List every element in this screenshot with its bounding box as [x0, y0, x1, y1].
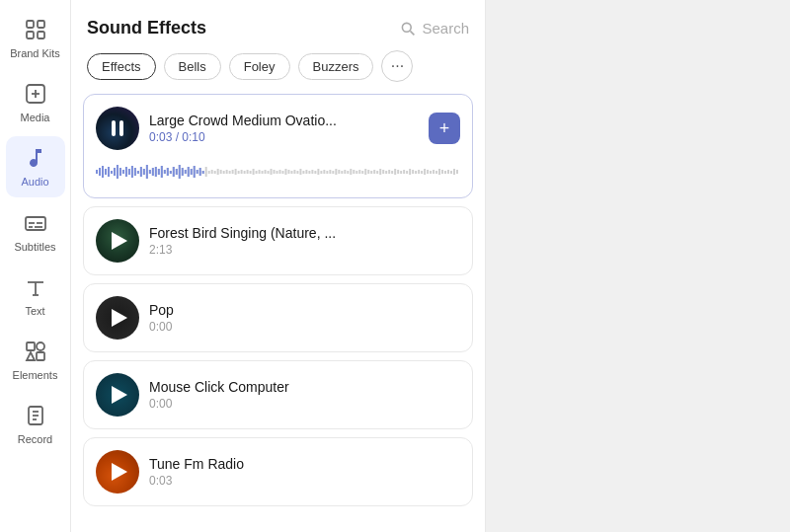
search-button[interactable]: Search: [400, 20, 469, 37]
svg-rect-183: [197, 170, 198, 174]
svg-rect-16: [37, 342, 44, 350]
svg-rect-18: [37, 352, 44, 360]
sidebar-label-audio: Audio: [21, 176, 48, 189]
music-icon: [22, 144, 49, 172]
svg-rect-129: [403, 170, 405, 174]
svg-rect-131: [409, 169, 411, 175]
add-button-large-crowd[interactable]: +: [429, 113, 460, 144]
sound-thumb-forest-bird: [96, 219, 139, 263]
sound-item-tune-fm[interactable]: Tune Fm Radio 0:03: [83, 437, 473, 506]
sidebar-item-text[interactable]: Text: [6, 266, 65, 326]
sidebar-item-subtitles[interactable]: Subtitles: [6, 201, 65, 262]
sound-info-mouse-click: Mouse Click Computer 0:00: [149, 379, 460, 411]
play-icon: [112, 232, 127, 250]
svg-rect-168: [152, 168, 154, 176]
sound-info-pop: Pop 0:00: [149, 302, 460, 334]
svg-rect-63: [208, 171, 210, 174]
svg-rect-119: [373, 170, 375, 174]
filter-tab-buzzers[interactable]: Buzzers: [298, 53, 374, 80]
sound-info-large-crowd: Large Crowd Medium Ovatio... 0:03 / 0:10: [149, 113, 419, 144]
svg-rect-118: [370, 171, 372, 174]
play-icon: [112, 309, 127, 327]
sound-item-top: Tune Fm Radio 0:03: [96, 450, 460, 494]
svg-rect-75: [244, 171, 246, 174]
svg-rect-76: [247, 170, 249, 174]
sound-thumb-tune-fm: [96, 450, 139, 494]
filter-tabs: Effects Bells Foley Buzzers ···: [71, 50, 485, 94]
sound-duration: 0:00: [149, 397, 460, 411]
svg-rect-104: [329, 170, 331, 174]
sound-name: Forest Bird Singing (Nature, ...: [149, 225, 460, 241]
svg-rect-160: [128, 169, 130, 175]
sound-item-large-crowd[interactable]: Large Crowd Medium Ovatio... 0:03 / 0:10…: [83, 94, 473, 198]
svg-rect-67: [220, 170, 222, 174]
svg-rect-157: [119, 168, 121, 176]
svg-rect-166: [146, 165, 148, 179]
svg-rect-162: [134, 168, 136, 176]
sound-name: Mouse Click Computer: [149, 379, 460, 395]
svg-rect-89: [284, 169, 286, 175]
svg-rect-111: [350, 169, 352, 175]
svg-rect-145: [450, 171, 452, 174]
sidebar-label-text: Text: [25, 305, 44, 318]
svg-rect-147: [456, 170, 458, 174]
waveform-bg-svg: [96, 158, 460, 186]
svg-rect-173: [167, 168, 169, 176]
svg-rect-113: [356, 171, 357, 174]
filter-more-button[interactable]: ···: [381, 50, 413, 82]
sound-item-top: Large Crowd Medium Ovatio... 0:03 / 0:10…: [96, 107, 460, 150]
svg-rect-0: [27, 21, 34, 28]
sidebar-label-elements: Elements: [13, 369, 58, 382]
sound-name: Tune Fm Radio: [149, 456, 460, 472]
svg-rect-143: [444, 171, 446, 174]
svg-rect-152: [105, 169, 107, 175]
sidebar-item-brand-kits[interactable]: Brand Kits: [6, 8, 65, 68]
svg-rect-114: [358, 170, 360, 174]
pause-icon: [111, 119, 124, 137]
play-icon: [112, 463, 127, 481]
svg-rect-133: [415, 171, 417, 174]
svg-rect-93: [296, 171, 298, 174]
sidebar-item-record[interactable]: Record: [6, 394, 65, 454]
svg-rect-1: [38, 21, 44, 28]
sidebar-label-media: Media: [21, 112, 50, 124]
svg-rect-159: [125, 167, 127, 177]
sound-item-pop[interactable]: Pop 0:00: [83, 283, 473, 352]
sound-info-forest-bird: Forest Bird Singing (Nature, ... 2:13: [149, 225, 460, 257]
sound-item-forest-bird[interactable]: Forest Bird Singing (Nature, ... 2:13: [83, 206, 473, 275]
svg-rect-125: [391, 171, 393, 174]
svg-rect-62: [205, 167, 207, 177]
svg-rect-127: [397, 170, 399, 174]
filter-tab-bells[interactable]: Bells: [164, 53, 221, 80]
svg-rect-106: [335, 169, 337, 175]
svg-rect-130: [406, 171, 408, 174]
svg-rect-150: [99, 168, 101, 176]
svg-rect-66: [217, 169, 219, 175]
svg-rect-73: [238, 171, 240, 174]
svg-rect-132: [412, 170, 414, 174]
sidebar-item-media[interactable]: Media: [6, 72, 65, 132]
sound-list: Large Crowd Medium Ovatio... 0:03 / 0:10…: [71, 94, 485, 532]
svg-rect-3: [38, 32, 44, 38]
sidebar: Brand Kits Media Audio: [0, 0, 71, 532]
filter-tab-effects[interactable]: Effects: [87, 53, 156, 80]
svg-rect-101: [320, 171, 322, 174]
svg-rect-154: [111, 171, 113, 174]
sidebar-label-subtitles: Subtitles: [14, 241, 55, 254]
filter-tab-foley[interactable]: Foley: [229, 53, 290, 80]
sound-item-mouse-click[interactable]: Mouse Click Computer 0:00: [83, 360, 473, 429]
svg-rect-177: [179, 165, 181, 179]
sound-thumb-large-crowd: [96, 107, 139, 150]
sidebar-item-elements[interactable]: Elements: [6, 330, 65, 390]
right-panel: [486, 0, 790, 532]
sidebar-item-audio[interactable]: Audio: [6, 136, 65, 196]
svg-rect-185: [202, 171, 204, 174]
svg-rect-142: [441, 170, 443, 174]
search-icon: [400, 21, 416, 37]
svg-rect-81: [262, 171, 264, 174]
svg-rect-94: [299, 169, 301, 175]
svg-rect-172: [164, 170, 166, 174]
sound-thumb-pop: [96, 296, 139, 340]
search-label: Search: [422, 20, 469, 37]
text-icon: [22, 273, 49, 301]
